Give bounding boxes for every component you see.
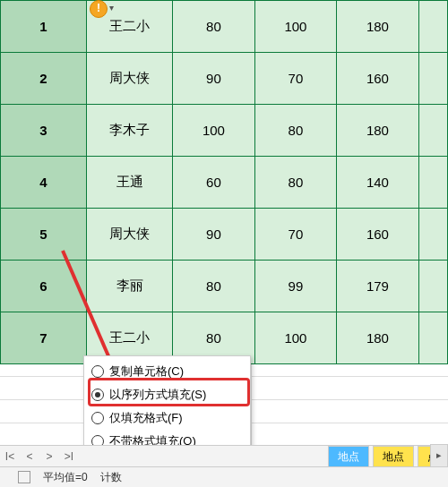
cell-extra[interactable]	[418, 1, 447, 53]
smart-tag-dropdown-icon[interactable]: ▾	[109, 3, 114, 13]
status-avg: 平均值=0	[43, 470, 88, 485]
table-row[interactable]: 1 王二小 80 100 180	[1, 1, 448, 53]
status-count: 计数	[100, 470, 122, 485]
fill-option-copy[interactable]: 复制单元格(C)	[84, 360, 250, 383]
table-row[interactable]: 2 周大侠 90 70 160	[1, 53, 448, 105]
cell-b[interactable]: 100	[254, 1, 337, 53]
radio-icon	[91, 412, 104, 424]
radio-icon	[91, 365, 104, 378]
tab-nav-next[interactable]: >	[39, 450, 59, 463]
tab-nav-first[interactable]: I<	[0, 450, 20, 463]
status-box-icon	[18, 471, 30, 483]
table-row[interactable]: 5 周大侠 90 70 160	[1, 209, 448, 261]
sheet-tab-bar: I< < > >I 地点 地点 点	[0, 445, 448, 467]
cell-c[interactable]: 180	[337, 1, 419, 53]
table-row[interactable]: 4 王通 60 80 140	[1, 157, 448, 209]
fill-option-series[interactable]: 以序列方式填充(S)	[84, 383, 250, 406]
sheet-tab[interactable]: 地点	[373, 446, 414, 467]
data-table[interactable]: 1 王二小 80 100 180 2 周大侠 90 70 160 3 李木子 1…	[0, 0, 448, 364]
status-bar: 平均值=0 计数	[0, 466, 448, 487]
table-row[interactable]: 3 李木子 100 80 180	[1, 105, 448, 157]
fill-option-format[interactable]: 仅填充格式(F)	[84, 406, 250, 430]
cell-a[interactable]: 80	[173, 1, 255, 53]
sheet-tab[interactable]: 地点	[328, 446, 369, 467]
cell-index[interactable]: 1	[1, 1, 87, 53]
radio-icon	[91, 389, 104, 401]
scroll-right-button[interactable]: ▸	[430, 444, 448, 467]
smart-tag-icon[interactable]: !	[90, 0, 108, 18]
table-row[interactable]: 6 李丽 80 99 179	[1, 261, 448, 312]
tab-nav-prev[interactable]: <	[20, 450, 39, 463]
tab-nav-last[interactable]: >I	[59, 450, 79, 463]
